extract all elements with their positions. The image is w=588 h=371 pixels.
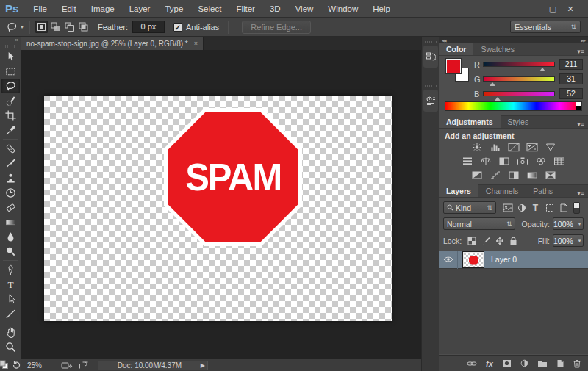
panel-menu-icon[interactable]: ▾≡: [577, 190, 584, 197]
blue-value-field[interactable]: 52: [559, 88, 583, 99]
panel-menu-icon[interactable]: ▾≡: [577, 48, 584, 55]
minimize-icon[interactable]: —: [526, 1, 544, 17]
sync-status-icon[interactable]: [61, 361, 73, 370]
tab-channels[interactable]: Channels: [478, 184, 526, 197]
layer-visibility-toggle[interactable]: [439, 251, 458, 269]
quick-selection-tool[interactable]: [1, 93, 20, 108]
menu-select[interactable]: Select: [190, 0, 229, 18]
color-lookup-icon[interactable]: [553, 156, 566, 166]
tool-preset-picker[interactable]: ▾: [4, 20, 25, 35]
layer-thumbnail[interactable]: [463, 252, 484, 267]
layer-filter-kind-dropdown[interactable]: Kind ⇅: [443, 201, 496, 214]
intersect-selection-button[interactable]: [77, 21, 90, 33]
curves-icon[interactable]: [507, 142, 520, 152]
rotate-view-icon[interactable]: [12, 360, 21, 370]
green-slider[interactable]: [483, 76, 555, 82]
blend-mode-dropdown[interactable]: Normal ⇅: [443, 217, 515, 230]
menu-type[interactable]: Type: [157, 0, 190, 18]
blue-slider[interactable]: [483, 91, 555, 96]
zoom-tool[interactable]: [1, 339, 20, 354]
foreground-color-swatch[interactable]: [446, 59, 461, 73]
spot-healing-brush-tool[interactable]: [1, 141, 20, 156]
blue-slider-thumb[interactable]: [495, 97, 501, 101]
menu-help[interactable]: Help: [365, 0, 398, 18]
filter-type-layers-icon[interactable]: T: [528, 201, 542, 214]
collapse-left-icon[interactable]: ◀◀: [442, 38, 446, 43]
close-icon[interactable]: ✕: [562, 1, 579, 17]
zoom-level-field[interactable]: 25%: [27, 361, 42, 370]
levels-icon[interactable]: [489, 142, 502, 152]
history-brush-tool[interactable]: [1, 185, 20, 200]
chevron-down-icon[interactable]: ▾: [576, 221, 583, 227]
pen-tool[interactable]: [1, 262, 20, 277]
channel-mixer-icon[interactable]: [534, 156, 548, 166]
black-swatch[interactable]: [576, 106, 581, 111]
fill-field[interactable]: 100% ▾: [553, 234, 584, 247]
color-balance-icon[interactable]: [479, 156, 492, 166]
hand-tool[interactable]: [1, 325, 20, 339]
menu-layer[interactable]: Layer: [122, 0, 158, 18]
dodge-tool[interactable]: [1, 244, 20, 259]
green-value-field[interactable]: 31: [559, 73, 583, 84]
menu-view[interactable]: View: [288, 0, 321, 18]
photo-filter-icon[interactable]: [516, 156, 529, 166]
toolbar-grip[interactable]: [5, 45, 15, 48]
panel-grip[interactable]: [425, 85, 437, 87]
blur-tool[interactable]: [1, 229, 20, 244]
tab-layers[interactable]: Layers: [439, 184, 478, 197]
crop-tool[interactable]: [1, 108, 20, 123]
lock-all-icon[interactable]: [506, 234, 520, 247]
gradient-map-icon[interactable]: [526, 170, 539, 180]
opacity-field[interactable]: 100% ▾: [553, 217, 584, 230]
new-adjustment-layer-icon[interactable]: [520, 359, 528, 367]
menu-edit[interactable]: Edit: [54, 0, 84, 18]
exposure-icon[interactable]: [526, 142, 539, 152]
share-icon[interactable]: [79, 361, 89, 370]
red-slider[interactable]: [483, 62, 555, 67]
menu-file[interactable]: File: [26, 0, 54, 18]
lasso-tool[interactable]: [1, 79, 20, 93]
document-sizes-field[interactable]: Doc: 10.00M/4.37M ▶: [98, 361, 208, 370]
tab-styles[interactable]: Styles: [501, 115, 537, 128]
filter-shape-layers-icon[interactable]: [542, 201, 556, 214]
maximize-icon[interactable]: ▢: [544, 1, 562, 17]
new-selection-button[interactable]: [35, 21, 48, 33]
eyedropper-tool[interactable]: [1, 123, 20, 137]
document-canvas[interactable]: SPAM: [44, 96, 392, 321]
layer-name[interactable]: Layer 0: [491, 255, 517, 264]
feather-input[interactable]: 0 px: [132, 21, 165, 33]
brightness-contrast-icon[interactable]: [470, 142, 484, 152]
red-value-field[interactable]: 211: [559, 59, 583, 70]
line-tool[interactable]: [1, 306, 20, 321]
type-tool[interactable]: T: [1, 277, 20, 292]
layer-row-layer-0[interactable]: Layer 0: [439, 251, 588, 269]
clone-stamp-tool[interactable]: [1, 170, 20, 185]
toolbar-collapse-icon[interactable]: »: [0, 37, 21, 44]
subtract-from-selection-button[interactable]: [63, 21, 76, 33]
lock-position-icon[interactable]: [492, 234, 506, 247]
tab-paths[interactable]: Paths: [526, 184, 560, 197]
layer-style-fx-icon[interactable]: fx: [486, 359, 493, 368]
new-layer-icon[interactable]: [556, 359, 564, 368]
mini-bridge-panel-icon[interactable]: [423, 90, 438, 112]
tab-close-icon[interactable]: ×: [194, 40, 198, 47]
add-layer-mask-icon[interactable]: [502, 359, 512, 367]
move-tool[interactable]: [1, 49, 20, 64]
hue-saturation-icon[interactable]: [461, 156, 474, 166]
panel-menu-icon[interactable]: ▾≡: [577, 120, 584, 128]
lock-transparency-icon[interactable]: [465, 234, 478, 247]
color-spectrum-ramp[interactable]: [445, 101, 582, 111]
filter-toggle-switch[interactable]: [573, 202, 580, 214]
rectangular-marquee-tool[interactable]: [1, 64, 20, 79]
tab-swatches[interactable]: Swatches: [473, 43, 522, 55]
gradient-tool[interactable]: [1, 215, 20, 229]
path-selection-tool[interactable]: [1, 292, 20, 306]
chevron-down-icon[interactable]: ▾: [576, 238, 583, 244]
tab-adjustments[interactable]: Adjustments: [439, 115, 501, 128]
lock-image-icon[interactable]: [478, 234, 492, 247]
workspace-switcher[interactable]: Essentials ⇅: [510, 21, 581, 33]
red-slider-thumb[interactable]: [539, 68, 545, 71]
menu-3d[interactable]: 3D: [262, 0, 288, 18]
black-white-icon[interactable]: [498, 156, 511, 166]
refine-edge-button[interactable]: Refine Edge...: [242, 21, 311, 34]
